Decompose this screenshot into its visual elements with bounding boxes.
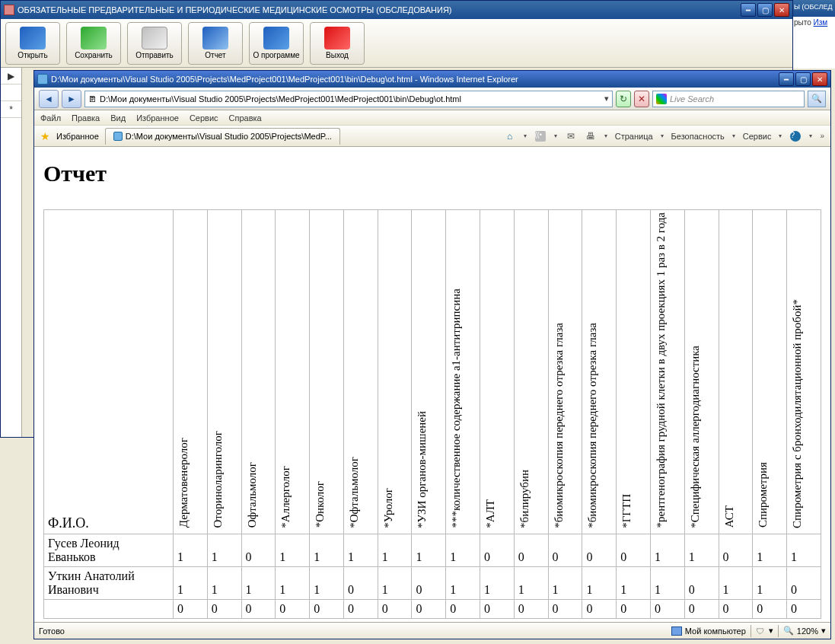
exit-icon bbox=[324, 27, 350, 49]
column-header: *рентгенография грудной клетки в двух пр… bbox=[650, 210, 684, 534]
open-button[interactable]: Открыть bbox=[5, 22, 60, 65]
save-button[interactable]: Сохранить bbox=[66, 22, 121, 65]
row-marker[interactable]: ▶ bbox=[1, 68, 21, 84]
menu-tools[interactable]: Сервис bbox=[190, 113, 218, 123]
forward-button[interactable]: ► bbox=[62, 90, 81, 108]
print-icon[interactable]: 🖶 bbox=[585, 130, 597, 142]
home-icon[interactable]: ⌂ bbox=[504, 130, 516, 142]
row-marker[interactable] bbox=[1, 84, 21, 101]
menu-help[interactable]: Справка bbox=[229, 113, 262, 123]
refresh-button[interactable]: ↻ bbox=[616, 91, 631, 107]
value-cell: 0 bbox=[343, 599, 378, 618]
ie-icon bbox=[37, 74, 48, 84]
report-button[interactable]: Отчет bbox=[188, 22, 243, 65]
column-header: Спирометрия с бронходилятационной пробой… bbox=[787, 210, 821, 534]
address-bar[interactable]: 🖹 D:\Мои документы\Visual Studio 2005\Pr… bbox=[84, 91, 613, 107]
menu-favorites[interactable]: Избранное bbox=[136, 113, 179, 123]
row-marker[interactable]: * bbox=[1, 101, 21, 118]
value-cell: 0 bbox=[480, 534, 515, 566]
value-cell: 1 bbox=[276, 534, 310, 566]
bg-link[interactable]: Изм bbox=[814, 18, 828, 27]
status-ready: Готово bbox=[39, 626, 65, 636]
ie-titlebar: D:\Мои документы\Visual Studio 2005\Proj… bbox=[34, 71, 830, 88]
browser-tab[interactable]: D:\Мои документы\Visual Studio 2005\Proj… bbox=[105, 128, 340, 145]
fio-header: Ф.И.О. bbox=[44, 210, 174, 534]
tools-menu[interactable]: Сервис bbox=[743, 132, 772, 141]
minimize-button[interactable]: ━ bbox=[741, 3, 756, 17]
overflow-chevron-icon[interactable]: » bbox=[820, 132, 824, 140]
close-button[interactable]: ✕ bbox=[774, 3, 789, 17]
zone-label: Мой компьютер bbox=[685, 626, 746, 636]
about-button[interactable]: О программе bbox=[249, 22, 304, 65]
value-cell: 1 bbox=[650, 566, 684, 599]
search-input[interactable]: Live Search bbox=[652, 91, 805, 107]
value-cell: 1 bbox=[787, 534, 821, 566]
column-header: *Специфическая аллергодиагностика bbox=[684, 210, 719, 534]
column-header: *АЛТ bbox=[480, 210, 515, 534]
value-cell: 1 bbox=[753, 566, 787, 599]
value-cell: 1 bbox=[207, 566, 241, 599]
value-cell: 1 bbox=[514, 566, 548, 599]
ie-statusbar: Готово Мой компьютер 🛡▾ 🔍 120% ▾ bbox=[34, 622, 830, 639]
help-icon[interactable]: ? bbox=[789, 130, 802, 142]
value-cell: 0 bbox=[412, 566, 446, 599]
open-label: Открыть bbox=[18, 51, 47, 59]
zoom-control[interactable]: 🔍 120% ▾ bbox=[783, 626, 826, 636]
column-header: *биомикроскопия переднего отрезка глаза bbox=[582, 210, 617, 534]
bg-title: Ы (ОБСЛЕД bbox=[792, 0, 835, 17]
protected-mode-icon[interactable]: 🛡 bbox=[756, 626, 764, 636]
column-header: Спирометрия bbox=[753, 210, 787, 534]
exit-button[interactable]: Выход bbox=[310, 22, 365, 65]
read-mail-icon[interactable]: ✉ bbox=[565, 130, 577, 142]
value-cell: 0 bbox=[684, 566, 719, 599]
ie-close-button[interactable]: ✕ bbox=[812, 72, 827, 86]
column-header: Оториноларинголог bbox=[207, 210, 241, 534]
value-cell: 1 bbox=[174, 566, 208, 599]
computer-icon bbox=[671, 626, 682, 636]
value-cell: 0 bbox=[548, 534, 582, 566]
exit-label: Выход bbox=[326, 51, 349, 59]
value-cell: 0 bbox=[480, 599, 515, 618]
safety-menu[interactable]: Безопасность bbox=[671, 132, 725, 141]
address-text: D:\Мои документы\Visual Studio 2005\Proj… bbox=[100, 94, 461, 104]
send-icon bbox=[142, 27, 167, 49]
value-cell: 0 bbox=[514, 534, 548, 566]
value-cell: 1 bbox=[174, 534, 208, 566]
value-cell: 0 bbox=[617, 534, 651, 566]
menu-edit[interactable]: Правка bbox=[72, 113, 100, 123]
live-search-icon bbox=[656, 94, 667, 104]
maximize-button[interactable]: ▢ bbox=[757, 3, 773, 17]
about-label: О программе bbox=[253, 51, 299, 59]
address-dropdown-icon[interactable]: ▾ bbox=[604, 94, 609, 104]
search-go-button[interactable]: 🔍 bbox=[808, 91, 826, 107]
favorites-label[interactable]: Избранное bbox=[56, 132, 99, 141]
security-zone[interactable]: Мой компьютер bbox=[671, 626, 746, 636]
send-button[interactable]: Отправить bbox=[127, 22, 182, 65]
page-menu[interactable]: Страница bbox=[615, 132, 653, 141]
ie-maximize-button[interactable]: ▢ bbox=[795, 72, 811, 86]
favorites-star-icon[interactable]: ★ bbox=[40, 130, 50, 142]
value-cell: 0 bbox=[650, 599, 684, 618]
ie-content-viewport[interactable]: Отчет Ф.И.О. ДерматовенерологОторинолари… bbox=[34, 147, 830, 622]
back-button[interactable]: ◄ bbox=[39, 90, 59, 108]
value-cell: 1 bbox=[241, 566, 276, 599]
value-cell: 1 bbox=[617, 566, 651, 599]
rss-icon[interactable]: ((• bbox=[534, 130, 547, 142]
stop-button[interactable]: ✕ bbox=[634, 91, 649, 107]
column-header: *Офтальмолог bbox=[343, 210, 378, 534]
report-table: Ф.И.О. ДерматовенерологОториноларинголог… bbox=[43, 209, 821, 619]
value-cell: 1 bbox=[207, 534, 241, 566]
value-cell: 0 bbox=[412, 599, 446, 618]
value-cell: 0 bbox=[753, 599, 787, 618]
value-cell: 0 bbox=[276, 599, 310, 618]
value-cell: 0 bbox=[207, 599, 241, 618]
value-cell: 1 bbox=[343, 534, 378, 566]
menu-view[interactable]: Вид bbox=[110, 113, 126, 123]
app-titlebar: ОБЯЗАТЕЛЬНЫЕ ПРЕДВАРИТЕЛЬНЫЕ И ПЕРИОДИЧЕ… bbox=[1, 1, 792, 19]
menu-file[interactable]: Файл bbox=[40, 113, 61, 123]
background-window-peek: Ы (ОБСЛЕД рыто Изм bbox=[792, 0, 835, 69]
ie-minimize-button[interactable]: ━ bbox=[779, 72, 794, 86]
tab-page-icon bbox=[113, 132, 123, 141]
value-cell: 1 bbox=[310, 534, 344, 566]
value-cell: 0 bbox=[174, 599, 208, 618]
